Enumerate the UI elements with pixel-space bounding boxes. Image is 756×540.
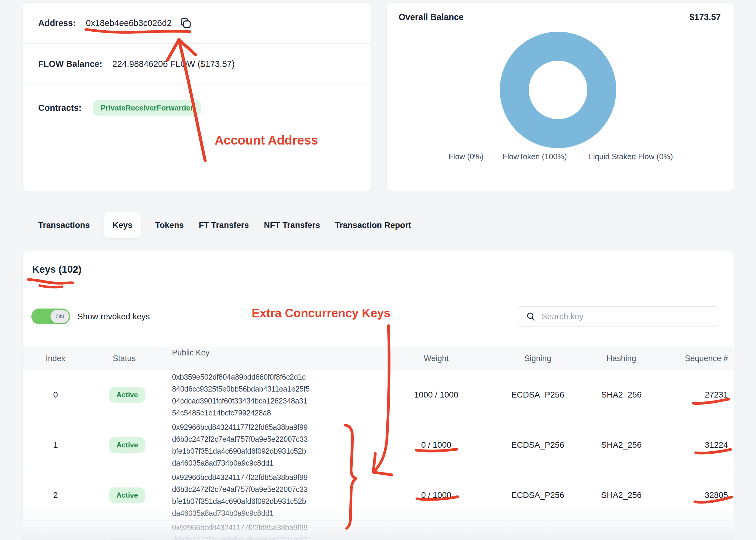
key-sequence: 31224 — [662, 440, 728, 450]
col-hashing: Hashing — [584, 347, 659, 370]
show-revoked-toggle[interactable]: ON — [31, 309, 70, 324]
public-key-line: d6b3c2472f2c7e4af757f0a9e5e22007c33 — [172, 483, 351, 495]
key-signing: ECDSA_P256 — [500, 390, 575, 400]
key-search-input[interactable] — [541, 312, 718, 322]
tab-transaction-report[interactable]: Transaction Report — [334, 212, 412, 238]
contracts-label: Contracts: — [38, 100, 81, 116]
key-row: 0Active0xb359e502df804a89bdd660f0f8f6c2d… — [23, 370, 734, 420]
flow-balance-value: 224.98846206 FLOW ($173.57) — [112, 59, 235, 69]
public-key-line: 0x92966bcd843241177f22fd85a38ba9f99 — [172, 521, 351, 533]
public-key-line: da46035a8ad734b0a9c9c8dd1 — [172, 457, 351, 469]
address-value: 0x18eb4ee6b3c026d2 — [86, 18, 172, 28]
col-sequence: Sequence # — [662, 347, 728, 370]
status-badge: Active — [109, 487, 145, 503]
status-badge: Active — [109, 538, 145, 540]
address-row: Address: 0x18eb4ee6b3c026d2 — [23, 3, 372, 43]
public-key-line: 0xb359e502df804a89bdd660f0f8f6c2d1c — [172, 371, 351, 383]
public-key-line: 04cdcad3901fcf60f33434bca1262348a31 — [172, 395, 351, 407]
col-public-key: Public Key — [172, 347, 351, 359]
public-key: 0x92966bcd843241177f22fd85a38ba9f99d6b3c… — [172, 421, 351, 469]
key-weight: 1000 / 1000 — [399, 390, 474, 400]
public-key: 0x92966bcd843241177f22fd85a38ba9f99d6b3c… — [172, 471, 351, 519]
public-key: 0x92966bcd843241177f22fd85a38ba9f99d6b3c… — [172, 521, 351, 540]
key-index: 2 — [33, 490, 78, 500]
key-index: 0 — [33, 390, 78, 400]
key-signing: ECDSA_P256 — [500, 440, 575, 450]
col-index: Index — [33, 347, 78, 370]
contract-badge[interactable]: PrivateReceiverForwarder — [93, 100, 201, 116]
key-status: Active — [109, 538, 139, 540]
legend-item: Liquid Staked Flow (0%) — [589, 152, 673, 161]
key-hashing: SHA2_256 — [584, 390, 659, 400]
flow-balance-label: FLOW Balance: — [38, 59, 102, 69]
keys-count-title: Keys (102) — [32, 264, 81, 275]
tab-tokens[interactable]: Tokens — [155, 212, 184, 238]
public-key: 0xb359e502df804a89bdd660f0f8f6c2d1c840d6… — [172, 371, 351, 419]
public-key-line: 0x92966bcd843241177f22fd85a38ba9f99 — [172, 471, 351, 483]
col-weight: Weight — [399, 347, 474, 370]
keys-table-body: 0Active0xb359e502df804a89bdd660f0f8f6c2d… — [23, 370, 734, 540]
key-weight: 0 / 1000 — [399, 440, 474, 450]
contracts-row: Contracts: PrivateReceiverForwarder — [23, 84, 372, 192]
public-key-line: 54c5485e1e14bcfc7992428a8 — [172, 407, 351, 419]
status-badge: Active — [109, 387, 145, 403]
search-icon — [526, 312, 536, 321]
key-status: Active — [109, 387, 139, 403]
keys-panel: Keys (102) ON Show revoked keys Index St… — [22, 251, 734, 540]
balance-donut-chart — [500, 32, 616, 148]
key-search-box[interactable] — [518, 306, 718, 327]
overall-balance-total: $173.57 — [690, 12, 721, 22]
overall-balance-title: Overall Balance — [398, 12, 464, 22]
public-key-line: 840d6cc9325f5e0bb56bdab4311ea1e25f5 — [172, 383, 351, 395]
public-key-line: bfe1b07f351da4c690afd6f092db931c52b — [172, 495, 351, 507]
key-row: 2Active0x92966bcd843241177f22fd85a38ba9f… — [23, 470, 734, 520]
account-tabs: TransactionsKeysTokensFT TransfersNFT Tr… — [38, 212, 412, 238]
key-status: Active — [109, 437, 139, 453]
col-status: Status — [109, 347, 139, 370]
key-row: 1Active0x92966bcd843241177f22fd85a38ba9f… — [23, 420, 734, 470]
status-badge: Active — [109, 437, 145, 453]
tab-ft-transfers[interactable]: FT Transfers — [198, 212, 250, 238]
key-sequence: 32805 — [662, 490, 728, 500]
tab-transactions[interactable]: Transactions — [38, 212, 90, 238]
public-key-line: d6b3c2472f2c7e4af757f0a9e5e22007c33 — [172, 533, 351, 540]
public-key-line: 0x92966bcd843241177f22fd85a38ba9f99 — [172, 421, 351, 433]
overall-balance-card: Overall Balance $173.57 Flow (0%)FlowTok… — [386, 2, 734, 192]
copy-address-button[interactable] — [179, 17, 191, 29]
toggle-knob[interactable]: ON — [51, 310, 69, 323]
show-revoked-label: Show revoked keys — [77, 309, 150, 324]
legend-item: Flow (0%) — [449, 152, 484, 161]
account-summary-card: Address: 0x18eb4ee6b3c026d2 FLOW Balance… — [22, 2, 372, 192]
annotation-account-address: Account Address — [215, 133, 318, 148]
annotation-extra-concurrency-keys: Extra Concurrency Keys — [252, 307, 390, 320]
copy-icon — [179, 17, 191, 29]
keys-table-header: Index Status Public Key Weight Signing H… — [23, 347, 734, 370]
legend-item: FlowToken (100%) — [502, 152, 567, 161]
public-key-line: da46035a8ad734b0a9c9c8dd1 — [172, 507, 351, 519]
key-status: Active — [109, 487, 139, 503]
key-signing: ECDSA_P256 — [500, 490, 575, 500]
key-hashing: SHA2_256 — [584, 490, 659, 500]
flow-balance-row: FLOW Balance: 224.98846206 FLOW ($173.57… — [23, 43, 372, 84]
address-label: Address: — [38, 18, 76, 28]
public-key-line: d6b3c2472f2c7e4af757f0a9e5e22007c33 — [172, 433, 351, 445]
tab-nft-transfers[interactable]: NFT Transfers — [263, 212, 321, 238]
col-signing: Signing — [500, 347, 575, 370]
public-key-line: bfe1b07f351da4c690afd6f092db931c52b — [172, 445, 351, 457]
key-index: 1 — [33, 440, 78, 450]
key-row: 3Active0x92966bcd843241177f22fd85a38ba9f… — [23, 520, 734, 540]
key-hashing: SHA2_256 — [584, 440, 659, 450]
key-sequence: 27231 — [662, 390, 728, 400]
key-weight: 0 / 1000 — [399, 490, 474, 500]
tab-keys[interactable]: Keys — [104, 212, 141, 238]
